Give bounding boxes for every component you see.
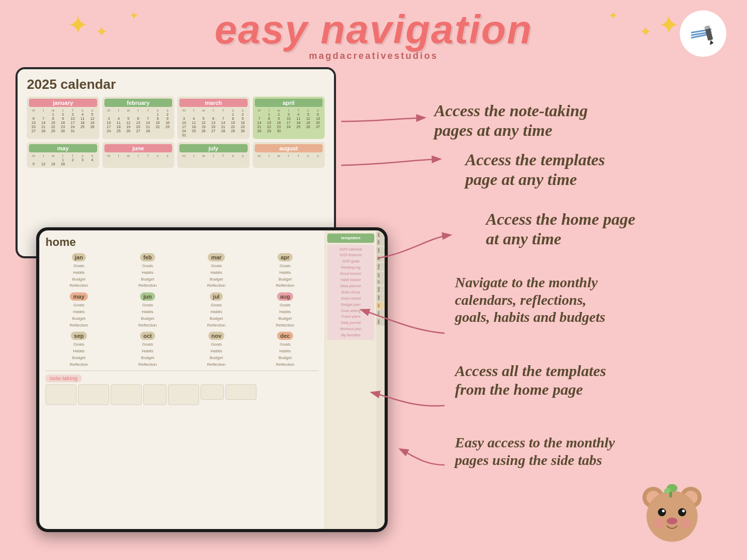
home-aug-label[interactable]: aug [277, 292, 294, 301]
tpl-brain[interactable]: Brain dump [329, 289, 373, 295]
templates-list: 2025 calendar 2025 finances 2025 goals R… [327, 245, 374, 340]
tpl-habit[interactable]: Habit tracker [329, 277, 373, 283]
cal-jun-header: mtwtfss [104, 154, 173, 158]
home-tablet: home jan GoalsHabitsBudgetReflection feb… [36, 227, 388, 532]
note-block-4 [143, 384, 166, 405]
cal-may: may mtwtfss 1234 5121926 [27, 142, 99, 168]
note-block-1 [45, 384, 77, 405]
svg-point-16 [653, 518, 664, 528]
side-nav-tabs: jan feb mar apr may jun jul aug sep oct … [376, 230, 385, 529]
home-may-label[interactable]: may [70, 292, 87, 301]
cal-tab-mar[interactable]: mar [334, 125, 336, 136]
nav-tab-may[interactable]: may [376, 262, 385, 271]
home-feb-label[interactable]: feb [140, 253, 155, 261]
nav-tab-aug[interactable]: aug [376, 286, 385, 293]
home-oct-col: oct GoalsHabitsBudgetReflection [114, 331, 181, 368]
home-nov-label[interactable]: nov [208, 332, 225, 340]
annotation-home-text: Access the home pageat any time [486, 209, 635, 249]
home-title: home [45, 236, 318, 249]
tpl-calendar[interactable]: 2025 calendar [329, 246, 373, 253]
home-nov-col: nov GoalsHabitsBudgetReflection [183, 331, 250, 368]
home-oct-items: GoalsHabitsBudgetReflection [114, 341, 181, 368]
home-jan-label[interactable]: jan [72, 253, 86, 261]
tpl-goals[interactable]: 2025 goals [329, 258, 373, 265]
nav-tab-jan[interactable]: jan [376, 231, 385, 238]
annotation-templates-text: Access the templatespage at any time [465, 150, 605, 190]
svg-point-11 [658, 508, 666, 517]
home-aug-items: GoalsHabitsBudgetReflection [252, 302, 318, 329]
nav-tab-nov[interactable]: nov [376, 309, 385, 317]
cal-tab-feb[interactable]: feb [334, 113, 336, 124]
tpl-travel[interactable]: Travel plans [329, 314, 373, 320]
cal-tab-jan[interactable]: jan [334, 100, 336, 112]
cal-jul-label: july [179, 144, 248, 152]
cal-jan-label: january [29, 99, 97, 107]
home-oct-label[interactable]: oct [140, 332, 155, 340]
home-jul-items: GoalsHabitsBudgetReflection [183, 302, 250, 329]
cal-jan-header: mtwtfss [29, 108, 97, 112]
cal-feb-header: mtwtfss [104, 108, 173, 112]
cal-feb-label: february [104, 99, 173, 107]
cal-may-header: mtwtfss [29, 154, 97, 158]
home-jun-label[interactable]: jun [140, 292, 155, 301]
svg-point-14 [682, 509, 685, 512]
cal-feb: february mtwtfss 12 3456789 101112131415… [102, 97, 175, 139]
home-jul-label[interactable]: jul [210, 292, 223, 301]
cal-tab-may[interactable]: may [334, 150, 336, 161]
tpl-reading[interactable]: Reading log [329, 265, 373, 271]
nav-tab-sep[interactable]: sep [376, 294, 385, 302]
home-mar-items: GoalsHabitsBudgetReflection [183, 263, 250, 289]
home-feb-items: GoalsHabitsBudgetReflection [114, 263, 181, 289]
cal-jun-label: june [104, 144, 173, 152]
home-mar-label[interactable]: mar [208, 253, 224, 261]
home-jul-col: jul GoalsHabitsBudgetReflection [183, 291, 250, 329]
cal-tab-apr[interactable]: apr [334, 137, 336, 149]
home-may-col: may GoalsHabitsBudgetReflection [45, 291, 112, 329]
nav-tab-mar[interactable]: mar [376, 246, 385, 254]
tpl-favorites[interactable]: My favorites [329, 332, 373, 338]
home-sep-items: GoalsHabitsBudgetReflection [45, 341, 112, 368]
tpl-workout[interactable]: Workout plan [329, 326, 373, 332]
home-dec-items: GoalsHabitsBudgetReflection [252, 341, 318, 368]
cal-tab-jun[interactable]: jun [334, 162, 336, 174]
templates-panel-label[interactable]: templates [327, 234, 374, 243]
note-taking-label[interactable]: note-taking [45, 375, 82, 382]
tpl-meal[interactable]: Meal planner [329, 283, 373, 289]
home-nov-items: GoalsHabitsBudgetReflection [183, 341, 250, 368]
home-may-items: GoalsHabitsBudgetReflection [45, 302, 112, 329]
nav-tab-jul[interactable]: jul [376, 279, 385, 285]
cal-feb-grid: 12 3456789 10111213141516 17181920212223… [104, 113, 173, 133]
svg-point-13 [662, 509, 665, 512]
annotation-note-taking-text: Access the note-takingpages at any time [434, 101, 588, 141]
cal-jan-grid: 12345 6789101112 13141516171819 20212223… [29, 113, 97, 133]
tpl-budget[interactable]: Budget plan [329, 302, 373, 308]
home-apr-items: GoalsHabitsBudgetReflection [252, 263, 318, 289]
tablets-area: 2025 calendar january mtwtfss 12345 6789… [16, 67, 346, 517]
nav-tab-jun[interactable]: jun [376, 272, 385, 278]
svg-point-10 [647, 491, 698, 542]
tpl-goal-setting[interactable]: Goal setting [329, 308, 373, 314]
annotation-templates: Access the templatespage at any time [465, 150, 605, 190]
annotation-side-tabs-text: Easy access to the monthlypages using th… [455, 434, 615, 469]
annotation-navigate: Navigate to the monthlycalendars, reflec… [455, 274, 605, 326]
screen-main: home jan GoalsHabitsBudgetReflection feb… [39, 230, 325, 529]
tpl-finances[interactable]: 2025 finances [329, 252, 373, 258]
tpl-mood[interactable]: Mood tracker [329, 271, 373, 277]
home-apr-label[interactable]: apr [278, 253, 293, 261]
cal-aug: august mtwtfss [253, 142, 325, 168]
cal-apr-grid: 123456 78910111213 14151617181920 212223… [255, 113, 323, 133]
nav-tab-apr[interactable]: apr [376, 255, 385, 262]
tpl-vision[interactable]: Vision board [329, 295, 373, 302]
templates-panel: templates 2025 calendar 2025 finances 20… [325, 230, 376, 529]
nav-tab-oct[interactable]: oct [376, 302, 385, 309]
home-sep-col: sep GoalsHabitsBudgetReflection [45, 331, 112, 368]
nav-tab-dec[interactable]: dec [376, 318, 385, 325]
tpl-journal[interactable]: Daily journal [329, 320, 373, 326]
home-months-row2: may GoalsHabitsBudgetReflection jun Goal… [45, 291, 318, 329]
home-dec-label[interactable]: dec [277, 332, 293, 340]
nav-tab-feb[interactable]: feb [376, 239, 385, 246]
tablet-screen: home jan GoalsHabitsBudgetReflection feb… [39, 230, 385, 529]
cal-aug-label: august [255, 144, 323, 152]
home-sep-label[interactable]: sep [71, 332, 87, 340]
note-block-3 [111, 384, 142, 405]
